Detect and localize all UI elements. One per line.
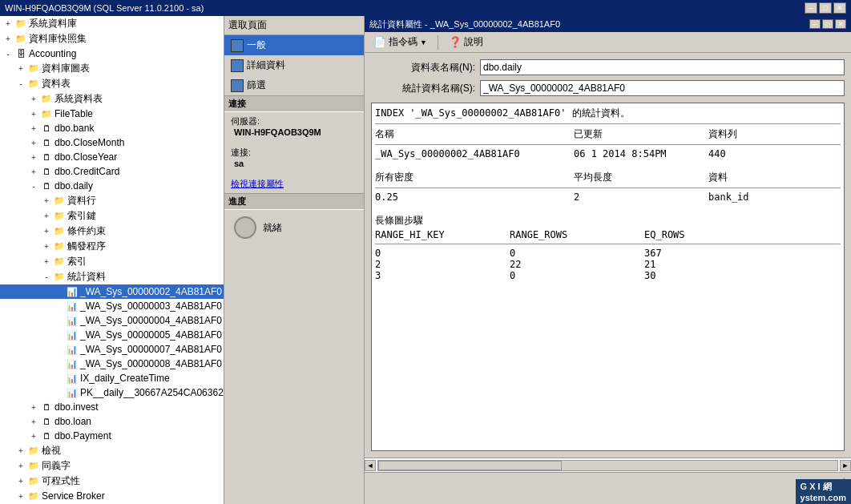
scroll-right-button[interactable]: ► [840,460,851,471]
tree-item[interactable]: +🗒dbo.bank [0,121,224,135]
tree-item[interactable]: +🗒dbo.CloseYear [0,150,224,164]
tree-node-icon: 📊 [66,300,79,312]
tree-item[interactable]: +📁資料庫圖表 [0,61,224,76]
minimize-button[interactable]: ─ [805,2,817,14]
tree-expander-icon: + [27,122,40,135]
tree-item-label: 索引 [67,255,87,268]
tree-item-label: _WA_Sys_00000003_4AB81AF0 [80,300,222,312]
tree-expander-icon [53,343,66,356]
tree-item[interactable]: +🗒dbo.CloseMonth [0,135,224,150]
density-data-row: 0.25 2 bank_id [375,192,841,203]
tree-item[interactable]: +📁FileTable [0,107,224,121]
tree-expander-icon: + [2,18,14,30]
scrollbar-track[interactable] [377,460,838,471]
tree-item[interactable]: -🗄Accounting [0,46,224,61]
help-button[interactable]: ❓ 說明 [443,33,489,51]
tree-expander-icon: + [27,401,40,413]
density-col3-header: 資料 [708,171,788,184]
tree-node-icon: 🗒 [40,429,53,442]
scroll-left-button[interactable]: ◄ [365,460,376,471]
tree-node-icon: 🗒 [40,165,53,178]
tree-item[interactable]: 📊_WA_Sys_00000002_4AB81AF0 [0,284,224,299]
tree-item[interactable]: +📁索引鍵 [0,208,224,224]
stats-name-input[interactable] [480,80,845,96]
tree-item-label: 條件約束 [67,224,106,238]
hist-cell: 0 [510,248,638,259]
tree-node-icon: 📊 [66,357,79,370]
nav-item[interactable]: 篩選 [224,75,364,95]
maximize-button[interactable]: □ [819,2,832,14]
density-col1-value: 0.25 [375,192,567,203]
tree-item[interactable]: +📁資料庫快照集 [0,31,224,46]
nav-item[interactable]: 一般 [224,35,364,55]
tree-item[interactable]: 📊_WA_Sys_00000005_4AB81AF0 [0,328,224,342]
tree-item-label: 系統資料庫 [29,17,77,30]
tree-item[interactable]: +📁系統資料表 [0,91,224,107]
tree-item-label: dbo.loan [54,416,91,427]
tree-item[interactable]: +📁Service Broker [0,489,224,503]
object-explorer-tree: +📁系統資料庫+📁資料庫快照集-🗄Accounting+📁資料庫圖表-📁資料表+… [0,16,224,504]
dialog-minimize-button[interactable]: ─ [809,19,821,29]
view-connection-properties-link[interactable]: 檢視連接屬性 [231,179,284,188]
tree-node-icon: 📁 [53,210,66,223]
tree-item[interactable]: +📁索引 [0,254,224,269]
index-line: INDEX '_WA_Sys_00000002_4AB81AF0' 的統計資料。 [375,107,841,120]
density-header: 所有密度 平均長度 資料 [375,171,841,184]
connection-info: 伺服器: WIN-H9FQAOB3Q9M 連接: sa 檢視連接屬性 [224,112,364,193]
nav-item-icon [231,59,244,72]
tree-item[interactable]: 📊_WA_Sys_00000004_4AB81AF0 [0,313,224,328]
tree-node-icon: 📊 [66,285,79,298]
scrollbar-thumb[interactable] [378,461,562,470]
tree-item[interactable]: +🗒dbo.invest [0,400,224,414]
tree-node-icon: 🗄 [14,47,27,60]
tree-item[interactable]: 📊_WA_Sys_00000007_4AB81AF0 [0,342,224,357]
tree-item[interactable]: +📁資料行 [0,193,224,208]
tree-item[interactable]: +📁可程式性 [0,474,224,489]
tree-item-label: _WA_Sys_00000002_4AB81AF0 [80,286,222,297]
tree-node-icon: 📁 [53,271,66,284]
tree-node-icon: 📁 [53,225,66,238]
tree-node-icon: 📊 [66,329,79,341]
tree-node-icon: 🗒 [40,136,53,149]
tree-item[interactable]: -📁資料表 [0,76,224,91]
watermark-line2: ystem.com [801,493,846,502]
tree-item-label: 同義字 [42,459,71,473]
tree-item[interactable]: 📊PK__daily__30667A254CA06362 [0,385,224,400]
dialog-content: 資料表名稱(N): 統計資料名稱(S): INDEX '_WA_Sys_0000… [365,53,851,458]
tree-node-icon: 📁 [40,107,53,120]
tree-node-icon: 🗒 [40,401,53,413]
dialog-toolbar: 📄 指令碼 ▼ ❓ 說明 [365,32,851,53]
horizontal-scrollbar[interactable]: ◄ ► [365,458,851,472]
tree-item-label: 資料表 [42,77,71,91]
close-button[interactable]: ✕ [833,2,846,14]
tree-item[interactable]: +📁系統資料庫 [0,16,224,31]
tree-expander-icon: + [27,151,40,163]
tree-item-label: dbo.CloseYear [54,151,117,163]
tree-item-label: 系統資料表 [54,92,103,106]
tree-item[interactable]: -🗒dbo.daily [0,179,224,193]
script-button[interactable]: 📄 指令碼 ▼ [368,33,433,51]
tree-item[interactable]: 📊_WA_Sys_00000008_4AB81AF0 [0,357,224,371]
tree-item[interactable]: +📁條件約束 [0,224,224,239]
tree-item-label: dbo.Payment [54,430,111,442]
tree-item[interactable]: +📁觸發程序 [0,239,224,254]
tree-item[interactable]: +🗒dbo.Payment [0,429,224,443]
tree-item[interactable]: -📁統計資料 [0,269,224,284]
nav-item[interactable]: 詳細資料 [224,55,364,75]
main-layout: +📁系統資料庫+📁資料庫快照集-🗄Accounting+📁資料庫圖表-📁資料表+… [0,16,851,504]
tree-item[interactable]: +🗒dbo.CreditCard [0,164,224,179]
tree-item[interactable]: 📊_WA_Sys_00000003_4AB81AF0 [0,299,224,313]
dialog-close-button[interactable]: ✕ [835,19,846,29]
nav-item-icon [231,39,244,52]
dialog-maximize-button[interactable]: □ [822,19,833,29]
tree-item[interactable]: 📊IX_daily_CreateTime [0,371,224,385]
stats-dialog: 統計資料屬性 - _WA_Sys_00000002_4AB81AF0 ─ □ ✕… [365,16,851,504]
tree-item-label: 資料庫圖表 [42,62,90,75]
tree-item[interactable]: +📁同義字 [0,458,224,474]
table-name-input[interactable] [480,59,845,75]
hist-col2-header: RANGE_ROWS [510,229,638,240]
density-col1-header: 所有密度 [375,171,567,184]
hist-cell: 0 [375,248,503,259]
tree-item[interactable]: +📁檢視 [0,443,224,458]
tree-item[interactable]: +🗒dbo.loan [0,414,224,429]
